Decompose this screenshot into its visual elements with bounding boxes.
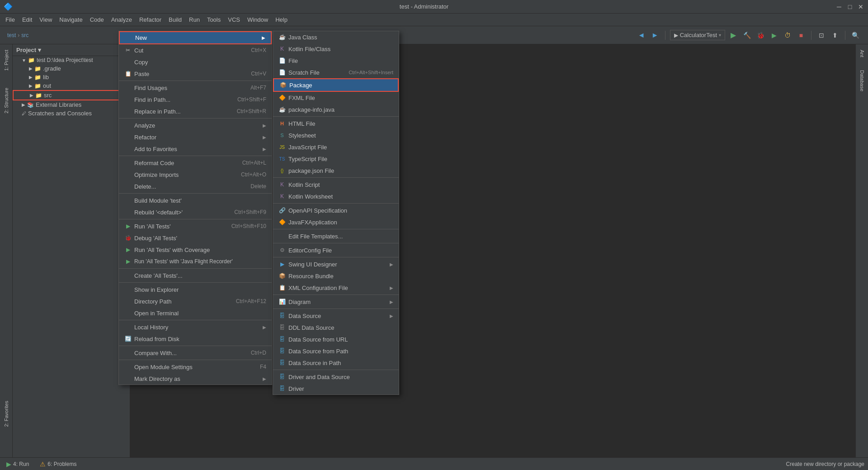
sub-scratch-file[interactable]: 📄 Scratch File Ctrl+Alt+Shift+Insert xyxy=(273,66,399,78)
ctx-sep-10 xyxy=(119,360,272,360)
ctx-label-rebuild: Rebuild '<default>' xyxy=(134,209,183,216)
sub-datasource-in-path[interactable]: 🗄 Data Source in Path xyxy=(273,357,399,369)
sub-editorconfig[interactable]: ⚙ EditorConfig File xyxy=(273,244,399,256)
kotlin-icon: K xyxy=(278,45,286,52)
kotlin-ws-icon: K xyxy=(278,193,286,200)
context-menu-mark-directory[interactable]: Mark Directory as ▶ xyxy=(119,373,272,385)
context-menu-cut[interactable]: ✂ Cut Ctrl+X xyxy=(119,44,272,56)
debug-icon: 🐞 xyxy=(124,234,132,242)
ctx-label-build-module: Build Module 'test' xyxy=(134,197,182,204)
sub-file[interactable]: 📄 File xyxy=(273,55,399,66)
context-menu-run-tests[interactable]: ▶ Run 'All Tests' Ctrl+Shift+F10 xyxy=(119,220,272,232)
context-menu-module-settings[interactable]: Open Module Settings F4 xyxy=(119,361,272,373)
ctx-sep-2 xyxy=(119,118,272,119)
sub-edit-templates[interactable]: Edit File Templates... xyxy=(273,230,399,242)
ctx-sep-8 xyxy=(119,320,272,320)
context-menu-new[interactable]: New ▶ xyxy=(119,31,272,44)
context-menu-reformat[interactable]: Reformat Code Ctrl+Alt+L xyxy=(119,157,272,169)
sub-resource-bundle[interactable]: 📦 Resource Bundle xyxy=(273,270,399,282)
ctx-label-reformat: Reformat Code xyxy=(134,160,174,166)
sub-xml-config[interactable]: 📋 XML Configuration File ▶ xyxy=(273,282,399,294)
ctx-label-refactor: Refactor xyxy=(134,134,156,141)
sub-openapi[interactable]: 🔗 OpenAPI Specification xyxy=(273,204,399,216)
ts-icon: TS xyxy=(278,155,286,162)
sub-label-driver-ds: Driver and Data Source xyxy=(288,374,350,380)
sub-label-ds-in-path: Data Source in Path xyxy=(288,360,341,366)
sub-javafx[interactable]: 🔶 JavaFXApplication xyxy=(273,216,399,228)
context-menu-debug-tests[interactable]: 🐞 Debug 'All Tests' xyxy=(119,232,272,244)
sub-label-ddl: DDL Data Source xyxy=(288,324,334,331)
rebuild-icon xyxy=(124,209,132,216)
sub-label-html: HTML File xyxy=(288,120,315,127)
context-menu-show-explorer[interactable]: Show in Explorer xyxy=(119,284,272,295)
ctx-sep-7 xyxy=(119,282,272,283)
context-menu-copy[interactable]: Copy xyxy=(119,56,272,68)
ctx-label-reload: Reload from Disk xyxy=(134,336,179,342)
sub-java-class[interactable]: ☕ Java Class xyxy=(273,31,399,43)
context-menu-coverage[interactable]: ▶ Run 'All Tests' with Coverage xyxy=(119,244,272,256)
sub-label-package: Package xyxy=(289,82,312,89)
context-menu-find-usages[interactable]: Find Usages Alt+F7 xyxy=(119,82,272,94)
sub-label-xml: XML Configuration File xyxy=(288,285,348,291)
sub-data-source[interactable]: 🗄 Data Source ▶ xyxy=(273,310,399,322)
copy-icon xyxy=(124,58,132,66)
context-menu-refactor[interactable]: Refactor ▶ xyxy=(119,131,272,143)
explorer-icon xyxy=(124,286,132,293)
context-menu-optimize[interactable]: Optimize Imports Ctrl+Alt+O xyxy=(119,169,272,180)
openapi-icon: 🔗 xyxy=(278,207,286,214)
ctx-sep-5 xyxy=(119,219,272,219)
resource-icon: 📦 xyxy=(278,272,286,280)
context-menu-flight[interactable]: ▶ Run 'All Tests' with 'Java Flight Reco… xyxy=(119,256,272,267)
context-menu-overlay[interactable]: New ▶ ✂ Cut Ctrl+X Copy 📋 Paste Ctrl+V xyxy=(0,0,868,470)
sub-label-resource: Resource Bundle xyxy=(288,273,334,280)
context-menu-directory-path[interactable]: Directory Path Ctrl+Alt+F12 xyxy=(119,295,272,307)
sub-label-kotlin-ws: Kotlin Worksheet xyxy=(288,193,333,200)
context-menu-build-module[interactable]: Build Module 'test' xyxy=(119,195,272,206)
context-menu-rebuild[interactable]: Rebuild '<default>' Ctrl+Shift+F9 xyxy=(119,206,272,218)
sub-package-info[interactable]: ☕ package-info.java xyxy=(273,104,399,115)
ctx-label-optimize: Optimize Imports xyxy=(134,171,179,178)
ctx-sep-6 xyxy=(119,268,272,269)
context-menu-replace-in-path[interactable]: Replace in Path... Ctrl+Shift+R xyxy=(119,105,272,117)
sub-kotlin-class[interactable]: K Kotlin File/Class xyxy=(273,43,399,55)
ctx-sep-3 xyxy=(119,156,272,156)
context-menu-compare[interactable]: Compare With... Ctrl+D xyxy=(119,347,272,359)
context-menu-create[interactable]: Create 'All Tests'... xyxy=(119,270,272,281)
context-menu-terminal[interactable]: Open in Terminal xyxy=(119,307,272,319)
sub-label-ds-url: Data Source from URL xyxy=(288,336,348,343)
sub-driver[interactable]: 🗄 Driver xyxy=(273,383,399,394)
sub-js[interactable]: JS JavaScript File xyxy=(273,141,399,153)
sub-sep-2 xyxy=(273,177,399,178)
context-menu-new-label: New xyxy=(135,34,147,41)
sub-package-json[interactable]: {} package.json File xyxy=(273,165,399,176)
sub-datasource-path[interactable]: 🗄 Data Source from Path xyxy=(273,345,399,357)
sub-sep-6 xyxy=(273,257,399,257)
sub-diagram[interactable]: 📊 Diagram ▶ xyxy=(273,296,399,308)
sub-ddl-data-source[interactable]: 🗄 DDL Data Source xyxy=(273,322,399,333)
context-menu-reload[interactable]: 🔄 Reload from Disk xyxy=(119,333,272,345)
context-menu-paste[interactable]: 📋 Paste Ctrl+V xyxy=(119,68,272,80)
sub-kotlin-script[interactable]: K Kotlin Script xyxy=(273,179,399,190)
sub-swing-ui[interactable]: ▶ Swing UI Designer ▶ xyxy=(273,258,399,270)
context-menu-find-in-path[interactable]: Find in Path... Ctrl+Shift+F xyxy=(119,94,272,105)
optimize-icon xyxy=(124,171,132,178)
sub-html[interactable]: H HTML File xyxy=(273,118,399,129)
sub-sep-7 xyxy=(273,294,399,295)
sub-driver-datasource[interactable]: 🗄 Driver and Data Source xyxy=(273,371,399,383)
sub-fxml[interactable]: 🔶 FXML File xyxy=(273,92,399,104)
context-menu-add-favorites[interactable]: Add to Favorites ▶ xyxy=(119,143,272,155)
sub-sep-3 xyxy=(273,203,399,204)
context-menu-local-history[interactable]: Local History ▶ xyxy=(119,321,272,333)
ctx-label-flight: Run 'All Tests' with 'Java Flight Record… xyxy=(134,258,233,265)
ctx-sep-1 xyxy=(119,81,272,81)
context-menu-delete[interactable]: Delete... Delete xyxy=(119,180,272,192)
sub-label-kotlin: Kotlin File/Class xyxy=(288,46,330,52)
ctx-label-copy: Copy xyxy=(134,59,148,66)
sub-package[interactable]: 📦 Package xyxy=(273,78,399,92)
sub-ts[interactable]: TS TypeScript File xyxy=(273,153,399,165)
sub-stylesheet[interactable]: S Stylesheet xyxy=(273,129,399,141)
context-menu-analyze[interactable]: Analyze ▶ xyxy=(119,119,272,131)
sub-kotlin-worksheet[interactable]: K Kotlin Worksheet xyxy=(273,190,399,202)
sub-datasource-url[interactable]: 🗄 Data Source from URL xyxy=(273,333,399,345)
xml-icon: 📋 xyxy=(278,284,286,291)
